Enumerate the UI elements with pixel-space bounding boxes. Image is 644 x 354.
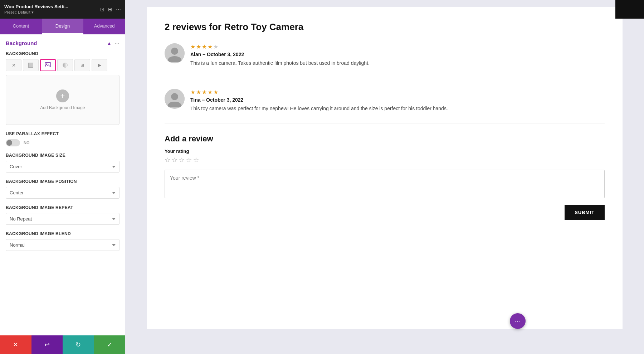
section-more-icon[interactable]: ⋯ [114,40,119,46]
reviewer-avatar-2 [165,89,185,109]
no-bg-icon: ✕ [12,63,16,68]
review-text-1: This is a fun camera. Takes authentic fi… [190,59,605,67]
review-textarea[interactable] [165,170,605,198]
star-4: ★ [208,89,213,96]
undo-icon: ↩ [44,341,50,349]
bottom-bar: ✕ ↩ ↻ ✓ [0,335,125,354]
top-bar-left: Woo Product Reviews Setti... Preset: Def… [4,4,68,15]
right-content: 2 reviews for Retro Toy Camera ★ ★ ★ ★ ★ [125,0,644,354]
rating-star-5[interactable]: ☆ [193,156,199,164]
review-body-1: ★ ★ ★ ★ ★ Alan – October 3, 2022 This is… [190,43,605,67]
background-field-label: Background [6,51,119,56]
tabs: Content Design Advanced [0,19,125,34]
bg-blend-label: Background Image Blend [6,231,119,236]
rating-stars-input: ☆ ☆ ☆ ☆ ☆ [165,156,605,164]
review-item-2: ★ ★ ★ ★ ★ Tina – October 3, 2022 This to… [165,89,605,123]
bg-type-none[interactable]: ✕ [6,59,21,71]
bg-type-row: ✕ ⊞ [6,59,119,71]
top-bar-icons: ⊡ ⊞ ⋯ [100,6,121,12]
bg-blend-field: Background Image Blend Normal Multiply S… [6,231,119,251]
bg-repeat-select[interactable]: No Repeat Repeat Repeat-X Repeat-Y [6,213,119,225]
star-5: ★ [213,43,218,50]
add-review-title: Add a review [165,134,605,144]
submit-button[interactable]: SUBMIT [565,205,605,220]
star-4: ★ [208,43,213,50]
review-text-2: This toy camera was perfect for my nephe… [190,105,605,112]
reviews-title: 2 reviews for Retro Toy Camera [165,21,605,33]
color-bg-icon [28,63,33,68]
toggle-knob [6,140,12,146]
content-card: 2 reviews for Retro Toy Camera ★ ★ ★ ★ ★ [147,7,623,329]
parallax-toggle[interactable] [6,139,20,146]
rating-star-4[interactable]: ☆ [186,156,192,164]
add-image-plus: + [56,89,69,102]
video-bg-icon: ▶ [98,63,101,68]
star-2: ★ [196,89,201,96]
bg-repeat-label: Background Image Repeat [6,205,119,210]
tab-advanced[interactable]: Advanced [83,19,125,34]
background-field: Background ✕ [6,51,119,125]
section-header: Background ▲ ⋯ [6,40,119,46]
toggle-row: NO [6,139,119,146]
top-bar: Woo Product Reviews Setti... Preset: Def… [0,0,125,19]
window-icon[interactable]: ⊡ [100,6,104,12]
star-rating-1: ★ ★ ★ ★ ★ [190,43,605,50]
parallax-label: Use Parallax Effect [6,131,119,136]
star-3: ★ [202,89,207,96]
svg-point-3 [171,48,178,55]
add-review-section: Add a review Your rating ☆ ☆ ☆ ☆ ☆ SUBMI… [165,134,605,220]
bg-size-field: Background Image Size Cover Contain Auto [6,153,119,173]
rating-star-1[interactable]: ☆ [165,156,170,164]
star-rating-2: ★ ★ ★ ★ ★ [190,89,605,96]
review-body-2: ★ ★ ★ ★ ★ Tina – October 3, 2022 This to… [190,89,605,112]
save-button[interactable]: ✓ [94,335,126,354]
reviewer-name-1: Alan – October 3, 2022 [190,52,605,57]
tab-design[interactable]: Design [42,19,84,34]
collapse-icon[interactable]: ▲ [107,40,112,46]
fab-dots-icon: ··· [514,317,521,325]
star-3: ★ [202,43,207,50]
rating-star-2[interactable]: ☆ [172,156,177,164]
cancel-button[interactable]: ✕ [0,335,31,354]
bg-size-label: Background Image Size [6,153,119,158]
panel-title: Woo Product Reviews Setti... [4,4,68,9]
bg-type-gradient[interactable] [57,59,73,71]
bg-position-field: Background Image Position Center Top Lef… [6,179,119,199]
image-upload-area[interactable]: + Add Background Image [6,75,119,125]
reviewer-name-2: Tina – October 3, 2022 [190,97,605,103]
reviewer-avatar-1 [165,43,185,63]
undo-button[interactable]: ↩ [31,335,63,354]
tab-content[interactable]: Content [0,19,42,34]
parallax-field: Use Parallax Effect NO [6,131,119,146]
more-icon[interactable]: ⋯ [116,6,121,12]
star-1: ★ [190,43,195,50]
top-black-bar [615,0,644,19]
bg-type-video[interactable]: ▶ [92,59,107,71]
image-bg-icon [45,62,51,68]
gradient-bg-icon [63,63,68,68]
preset-label[interactable]: Preset: Default ▾ [4,10,68,15]
star-5: ★ [213,89,218,96]
rating-star-3[interactable]: ☆ [179,156,185,164]
redo-icon: ↻ [75,341,81,349]
add-image-text: Add Background Image [40,105,85,110]
redo-button[interactable]: ↻ [63,335,94,354]
bg-type-pattern[interactable]: ⊞ [74,59,90,71]
svg-point-5 [171,93,178,100]
bg-type-image[interactable] [40,59,56,71]
section-title: Background [6,40,37,46]
bg-position-select[interactable]: Center Top Left Top Center Top Right Cen… [6,187,119,199]
review-item: ★ ★ ★ ★ ★ Alan – October 3, 2022 This is… [165,43,605,78]
star-2: ★ [196,43,201,50]
fab-button[interactable]: ··· [510,313,526,329]
section-header-icons: ▲ ⋯ [107,40,119,46]
bg-type-color[interactable] [23,59,39,71]
bg-position-label: Background Image Position [6,179,119,184]
bg-blend-select[interactable]: Normal Multiply Screen Overlay Darken Li… [6,239,119,251]
toggle-no-label: NO [24,141,30,145]
cancel-icon: ✕ [13,341,18,349]
bg-size-select[interactable]: Cover Contain Auto [6,161,119,173]
panel-content: Background ▲ ⋯ Background ✕ [0,34,125,335]
layout-icon[interactable]: ⊞ [108,6,112,12]
save-icon: ✓ [107,341,112,349]
